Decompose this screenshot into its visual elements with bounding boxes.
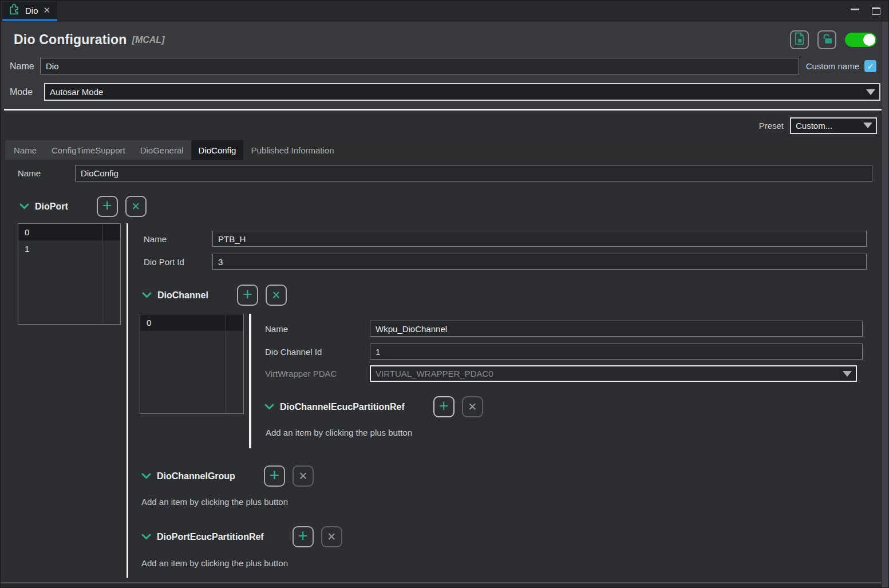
diochannel-id-row: Dio Channel Id <box>262 344 863 360</box>
diochannel-remove-button[interactable]: ✕ <box>266 285 287 306</box>
mode-row: Mode Autosar Mode <box>10 83 876 101</box>
mode-dropdown-value: Autosar Mode <box>50 87 103 97</box>
unlock-icon <box>821 33 833 48</box>
toggle-knob <box>863 34 875 46</box>
diochannel-list: 0 <box>140 314 244 414</box>
mode-label: Mode <box>10 87 44 97</box>
vertical-splitter[interactable] <box>127 223 128 578</box>
dioport-id-label: Dio Port Id <box>140 257 212 267</box>
config-name-label: Name <box>18 168 75 178</box>
dioport-add-button[interactable]: + <box>97 196 118 217</box>
diochannel-ecuc-empty-hint: Add an item by clicking the plus button <box>266 428 883 437</box>
custom-name-label: Custom name <box>806 61 859 71</box>
preset-strip: Preset Custom... <box>1 111 881 140</box>
dioport-name-label: Name <box>140 234 212 244</box>
lock-unlocked-button[interactable] <box>817 30 836 49</box>
dioport-ecuc-add-button[interactable]: + <box>293 526 314 547</box>
config-name-input[interactable] <box>75 165 872 181</box>
window-maximize-icon[interactable] <box>872 7 880 15</box>
document-report-button[interactable] <box>790 30 809 49</box>
virtwrapper-dropdown-arrow <box>839 368 855 380</box>
tab-group: Name ConfigTimeSupport DioGeneral <box>5 140 191 160</box>
enable-toggle-on[interactable] <box>845 33 876 47</box>
dioport-detail: Name Dio Port Id DioChannel + ✕ <box>140 223 883 578</box>
tab-dioconfig-selected[interactable]: DioConfig <box>191 140 244 160</box>
diochannel-ecuc-partition-ref-header: DioChannelEcucPartitionRef + ✕ <box>264 396 883 417</box>
dioport-id-input[interactable] <box>212 254 867 270</box>
custom-name-checkbox-checked[interactable]: ✓ <box>864 60 876 72</box>
dioport-name-input[interactable] <box>212 231 867 247</box>
diochannel-name-input[interactable] <box>370 321 863 337</box>
dioport-list-item-0[interactable]: 0 <box>18 224 120 240</box>
vertical-splitter[interactable] <box>249 314 251 448</box>
dio-configuration-window: Dio ✕ Dio Configuration [MCAL] <box>0 0 889 588</box>
diochannelgroup-add-button[interactable]: + <box>264 465 285 487</box>
chevron-down-icon <box>843 371 852 377</box>
virtwrapper-pdac-value: VIRTUAL_WRAPPER_PDAC0 <box>376 369 493 378</box>
name-label: Name <box>10 61 40 72</box>
diochannel-id-input[interactable] <box>370 344 863 360</box>
window-bottom-edge <box>1 582 882 587</box>
puzzle-icon <box>8 3 20 18</box>
tab-configtimesupport[interactable]: ConfigTimeSupport <box>44 140 133 160</box>
diochannel-list-item-0[interactable]: 0 <box>140 314 243 331</box>
diochannel-section-header: DioChannel + ✕ <box>142 285 883 306</box>
virtwrapper-pdac-row: VirtWrapper PDAC VIRTUAL_WRAPPER_PDAC0 <box>262 365 857 382</box>
preset-dropdown-arrow[interactable] <box>860 120 875 132</box>
tab-title: Dio <box>25 6 38 15</box>
diochannel-ecuc-add-button[interactable]: + <box>433 396 455 417</box>
tab-diogeneral[interactable]: DioGeneral <box>133 140 191 160</box>
diochannel-title: DioChannel <box>157 290 208 301</box>
section-tab-bar: Name ConfigTimeSupport DioGeneral DioCon… <box>5 140 883 160</box>
name-input[interactable] <box>40 58 799 74</box>
tab-name[interactable]: Name <box>6 140 44 160</box>
preset-dropdown[interactable]: Custom... <box>790 117 877 134</box>
preset-dropdown-value: Custom... <box>796 121 832 131</box>
dioport-title: DioPort <box>35 202 68 212</box>
dioport-body: 0 1 Name Dio Port Id DioChan <box>18 223 883 578</box>
mode-dropdown-arrow[interactable] <box>863 85 878 98</box>
window-minimize-icon[interactable] <box>851 9 859 10</box>
chevron-down-icon[interactable] <box>141 534 151 540</box>
tab-close-icon[interactable]: ✕ <box>44 5 51 15</box>
diochannel-add-button[interactable]: + <box>237 285 258 306</box>
dioport-ecuc-partition-ref-title: DioPortEcucPartitionRef <box>157 532 264 542</box>
right-edge-scrollbar-track[interactable] <box>882 22 888 587</box>
chevron-down-icon[interactable] <box>264 404 274 410</box>
dioport-ecuc-empty-hint: Add an item by clicking the plus button <box>141 558 883 568</box>
diochannel-id-label: Dio Channel Id <box>262 347 370 357</box>
diochannelgroup-title: DioChannelGroup <box>157 471 235 482</box>
name-row: Name Custom name ✓ <box>10 58 876 74</box>
dioport-ecuc-remove-button-disabled: ✕ <box>321 526 342 547</box>
chevron-down-icon[interactable] <box>141 473 151 479</box>
dioport-list-item-1[interactable]: 1 <box>18 240 120 257</box>
dioport-section-header: DioPort + ✕ <box>19 196 883 217</box>
diochannelgroup-remove-button-disabled: ✕ <box>293 465 314 487</box>
mode-dropdown[interactable]: Autosar Mode <box>44 83 880 101</box>
editor-header: Dio Configuration [MCAL] <box>1 22 888 109</box>
chevron-down-icon <box>863 123 872 128</box>
module-tag: [MCAL] <box>132 35 165 45</box>
diochannel-ecuc-remove-button-disabled: ✕ <box>462 396 483 417</box>
diochannelgroup-header: DioChannelGroup + ✕ <box>141 465 883 487</box>
virtwrapper-pdac-label: VirtWrapper PDAC <box>262 369 370 378</box>
chevron-down-icon[interactable] <box>142 292 152 298</box>
title-bar: Dio ✕ <box>1 1 888 21</box>
diochannel-detail: Name Dio Channel Id VirtWrapper PDAC VIR… <box>262 314 883 448</box>
preset-label: Preset <box>759 121 784 131</box>
chevron-down-icon[interactable] <box>19 203 29 210</box>
dioport-list: 0 1 <box>18 223 121 325</box>
diochannel-name-row: Name <box>262 321 863 337</box>
document-icon <box>794 32 805 48</box>
diochannel-body: 0 Name Dio Channel Id VirtWra <box>140 314 883 448</box>
dioport-name-row: Name <box>140 231 867 247</box>
chevron-down-icon <box>866 89 875 95</box>
diochannel-name-label: Name <box>262 324 370 334</box>
dioport-ecuc-partition-ref-header: DioPortEcucPartitionRef + ✕ <box>141 526 883 547</box>
dioport-remove-button[interactable]: ✕ <box>125 196 147 217</box>
tab-published-information[interactable]: Published Information <box>243 140 341 160</box>
page-title: Dio Configuration <box>14 32 127 48</box>
document-tab-dio[interactable]: Dio ✕ <box>2 2 57 21</box>
dioport-id-row: Dio Port Id <box>140 254 867 270</box>
config-name-row: Name <box>18 165 872 181</box>
